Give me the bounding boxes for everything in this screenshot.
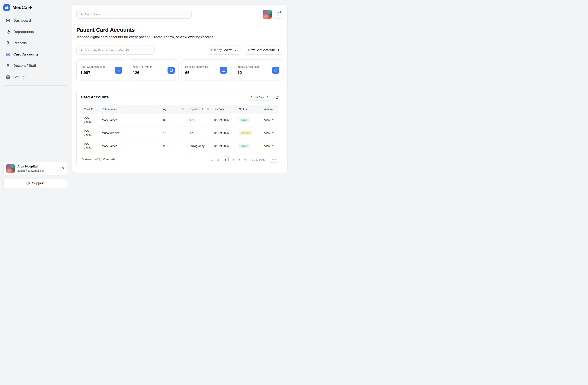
column-header-patient-name: Patient name [99,105,160,113]
stethoscope-icon [6,30,10,34]
table-header-row: Card ID Patient name Age Department Last… [81,105,279,113]
page-number-2[interactable]: 2 [217,158,219,161]
notification-dot [280,11,281,13]
column-label: Age [163,108,168,111]
user-email: admin@234.gmail.com [17,169,59,172]
go-to-page-label: Go to page [252,158,265,161]
cell-card-id: MC-04521 [81,113,99,126]
card-accounts-table-card: Card Accounts Export Data [76,89,283,167]
table-header-bar: Card Accounts Export Data [81,94,279,101]
brand: MedCar+ [3,4,32,11]
filter-dropdown[interactable]: Filter by: Active [208,45,240,55]
main-area: Patient Card Accounts Manage digital car… [72,0,294,193]
column-header-age: Age [160,105,185,113]
table-row: MC-04521 Mary James 25 Radiography 12 Oc… [81,140,279,152]
table-row: MC-04521 Musa Ibrahim 12 Lab 12 Oct 2025… [81,126,279,140]
dashboard-icon [6,18,10,23]
sidebar-item-departments[interactable]: Departments [3,27,67,37]
user-account-card[interactable]: Alex Hospital admin@234.gmail.com [3,162,67,175]
main-card: Patient Card Accounts Manage digital car… [72,4,288,173]
records-icon [6,41,10,45]
records-count-text: Showing 1 of 2,430 records [82,158,115,161]
sidebar-collapse-icon[interactable] [62,5,67,10]
caret-down-icon: ▼ [272,145,274,147]
sidebar-header: MedCar+ [3,3,67,15]
app-root: MedCar+ Dashboard [0,0,294,193]
table-row: MC-04521 Mary James 32 OPD 12 Oct 2025 A… [81,113,279,126]
patient-search-box [76,45,154,55]
sidebar-item-records[interactable]: Records [3,38,67,48]
refresh-icon[interactable] [275,95,279,99]
column-label: Actions [264,108,273,111]
controls-row: Filter by: Active New Card Account + [76,45,283,55]
global-search-box [76,10,192,19]
cell-actions: View ▼ [261,140,279,152]
page-number-3-active[interactable]: 3 [223,157,229,162]
cell-card-id: MC-04521 [81,140,99,152]
doctors-staff-icon [6,63,10,68]
filter-label: Filter by: [211,48,222,52]
column-header-status: Status [236,105,261,113]
user-info: Alex Hospital admin@234.gmail.com [17,165,59,172]
caret-down-icon: ▼ [272,132,274,134]
bell-icon [272,67,279,74]
sidebar-nav: Dashboard Departments [3,15,67,82]
sidebar-item-settings[interactable]: Settings [3,72,67,82]
go-to-page-select[interactable]: 00 ▾ [269,156,278,162]
stat-cards: Total Card Accounts 1,987 New This Month [76,60,283,81]
column-resize-handle[interactable] [182,108,184,110]
stat-label: Total Card Accounts [80,65,105,68]
stat-value: 12 [237,70,259,75]
stat-value: 1,987 [80,70,105,75]
new-card-account-button[interactable]: New Card Account + [245,45,283,55]
search-icon [79,12,83,16]
page-number-5[interactable]: 5 [238,158,241,161]
id-card-icon [115,67,122,74]
column-resize-handle[interactable] [233,108,234,110]
upload-icon [266,96,269,99]
cell-actions: View ▼ [261,113,279,126]
chevrons-up-down-icon [61,166,64,170]
sidebar-item-dashboard[interactable]: Dashboard [3,15,67,26]
profile-avatar[interactable] [263,10,272,19]
help-circle-icon [26,182,30,185]
stat-label: New This Month [133,65,152,68]
stat-card-inactive-accounts: Inactive Accounts 12 [233,60,283,81]
support-button[interactable]: Support [3,179,67,188]
sidebar-item-doctors-staff[interactable]: Doctors / Staff [3,61,67,71]
cell-status: Active [236,113,261,126]
brand-name: MedCar+ [12,5,32,10]
column-resize-handle[interactable] [208,108,209,110]
cell-patient-name: Mary James [99,140,160,152]
chevron-down-icon: ▾ [274,158,276,161]
user-avatar [6,164,15,173]
column-resize-handle[interactable] [157,108,158,110]
column-label: Status [239,108,247,111]
column-resize-handle[interactable] [276,108,277,110]
column-header-card-id: Card ID [81,105,99,113]
view-action-dropdown[interactable]: View ▼ [264,144,276,147]
view-action-dropdown[interactable]: View ▼ [264,118,276,122]
chevron-down-icon [234,49,237,52]
view-label: View [264,144,270,147]
notifications-button[interactable] [274,10,283,19]
stat-value: 65 [185,70,208,75]
sidebar-item-label: Records [13,41,27,45]
patient-search-input[interactable] [84,49,152,52]
column-resize-handle[interactable] [258,108,259,110]
page-number-1[interactable]: 1 [211,158,213,161]
global-search-input[interactable] [84,13,189,16]
cell-card-id: MC-04521 [81,126,99,140]
column-resize-handle[interactable] [96,108,97,110]
sidebar-item-label: Settings [13,75,26,79]
cell-last-visit: 12 Oct 2025 [210,113,236,126]
page-number-4[interactable]: 4 [232,158,234,161]
export-data-button[interactable]: Export Data [248,94,271,101]
support-label: Support [32,182,44,185]
column-label: Patient name [102,108,118,111]
view-action-dropdown[interactable]: View ▼ [264,131,276,135]
sidebar-spacer [3,86,67,162]
sidebar-item-card-accounts[interactable]: Card Accounts [3,49,67,60]
page-number-6[interactable]: 6 [244,158,247,161]
cell-department: Radiography [185,140,210,152]
